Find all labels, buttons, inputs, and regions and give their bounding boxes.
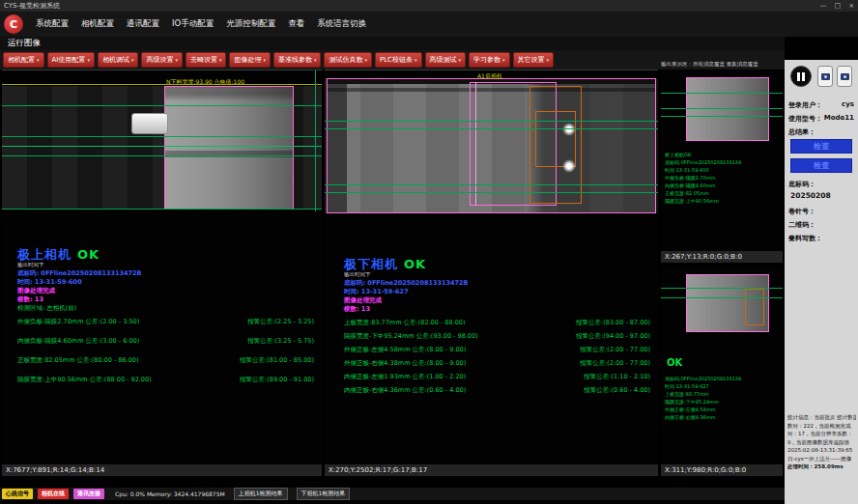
thumbnail-text-line: 时间:13-31-59-627 [665,382,781,390]
chevron-down-icon: ▾ [131,57,134,63]
toolbar-button-advanced-test[interactable]: 高级测试▾ [425,52,467,68]
menu-item-camera-config[interactable]: 相机配置 [81,18,114,30]
thumbnail-image [686,274,769,332]
login-user-row: 登录用户： cys [788,100,854,110]
statistics-line: 统计信息：当前批次 统计数据 [787,413,856,422]
toolbar-button-test-sim[interactable]: 测试仿真数▾ [324,52,372,68]
thumbnail-text-line: 内侧正极-右侧4.36mm [665,413,781,421]
capture-button-lower[interactable] [837,66,852,87]
statistics-line: 2025:02:08-13:31:39:65 [787,446,856,455]
toolbar-button-plc[interactable]: PLC校链条▾ [375,52,422,68]
ok-badge: OK [404,257,426,271]
stack-count-label: 叠料写数： [788,234,822,243]
chevron-down-icon: ▾ [364,57,367,63]
menu-item-language[interactable]: 系统语言切换 [317,18,366,30]
measurement-row: 隔膜宽度-上中90.56mm 公差:(88.00 - 92.00)报警公差:(8… [17,376,314,384]
chevron-down-icon: ▾ [415,57,417,63]
toolbar-button-camera-config[interactable]: 相机配置▾ [3,52,44,68]
measurement-text: 隔膜宽度-下中95.24mm 公差:(93.00 - 98.00) [344,332,478,341]
toolbar-button-label: 测试仿真数 [329,55,362,65]
measurement-row: 外侧负极-隔膜2.70mm 公差:(2.00 - 3.50)报警公差:(2.25… [17,318,314,326]
statistics-line: 日-cys一外上法兰——图像 [787,455,856,463]
roll-pin-row: 卷针号： [788,207,854,216]
measurement-row: 隔膜宽度-下中95.24mm 公差:(93.00 - 98.00)报警公差:(9… [344,332,650,341]
minimize-button[interactable]: — [820,2,827,10]
measurement-list: 上极宽度:83.77mm 公差:(82.00 - 88.00)报警公差:(83.… [344,319,650,400]
roi-box-orange [745,289,764,325]
menu-item-io-manual[interactable]: IO手动配置 [172,18,214,30]
camera-view-lower[interactable]: A1后相机 极下相机OK 输出时间下 底标码: 0FFline202502081… [325,70,658,476]
pause-button[interactable] [790,66,812,87]
camera-name-text: 极下相机 [344,257,398,271]
light-flare [562,123,576,136]
count-text: 横数: 13 [344,305,370,314]
thumbnail-text-line: 时间:13-31-59-600 [665,166,781,174]
stack-count-row: 叠料写数： [788,234,854,243]
statistics-line: 对：17，当前分辨率系数： [787,430,856,438]
model-row: 使用型号： Mode11 [788,114,854,124]
result-subtext: 输出时间下 [17,262,44,268]
toolbar-button-baseline-params[interactable]: 基准线参数▾ [273,52,322,68]
menu-item-light-control[interactable]: 光源控制配置 [226,18,275,30]
measurement-text: 外侧正极-右侧4.38mm 公差:(8.00 - 9.00) [344,359,466,368]
thumbnail-text-line: 上极宽度:83.77mm [665,390,781,398]
measurement-row: 内侧正极-右侧4.36mm 公差:(0.60 - 4.00)报警公差:(0.60… [344,386,650,395]
toolbar-button-other-settings[interactable]: 其它设置▾ [513,52,555,68]
alarm-tolerance-text: 报警公差:(1.10 - 2.10) [584,373,650,381]
thumbnail-text-line: 隔膜宽度-下中95.24mm [665,398,781,406]
toolbar-button-label: 学习参数 [473,55,500,65]
result-subtext: 输出时间下 [344,271,371,278]
capture-button-upper[interactable] [817,66,833,87]
chevron-down-icon: ▾ [547,57,550,63]
toolbar-button-label: 基准线参数 [278,55,312,65]
maximize-button[interactable]: □ [835,2,842,10]
close-button[interactable]: × [848,2,854,10]
thumbnail-view-lower[interactable]: OK 底标码:0FFline20250208133134 时间:13-31-59… [661,266,783,476]
roll-pin-label: 卷针号： [788,207,815,216]
toolbar-button-label: 相机配置 [8,55,35,65]
tab-run-image[interactable]: 运行图像 [8,38,41,49]
toolbar-button-label: 高级设置 [146,55,173,65]
menu-item-view[interactable]: 查看 [288,18,304,30]
chevron-down-icon: ▾ [219,57,222,63]
statistics-line: 数对：222，当前检测完成 [787,422,856,431]
toolbar-button-advanced-settings[interactable]: 高级设置▾ [141,52,183,68]
toolbar-button-ai-config[interactable]: AI使用配置▾ [47,52,95,68]
toolbar-button-label: 相机调试 [102,55,129,65]
alarm-tolerance-text: 报警公差:(2.00 - 77.00) [580,346,650,354]
measurement-text: 内侧正极-右侧4.36mm 公差:(0.60 - 4.00) [344,386,466,395]
toolbar-button-learning-params[interactable]: 学习参数▾ [469,52,510,68]
time-text: 时间: 13-31-59-600 [17,278,82,287]
menu-item-comm-config[interactable]: 通讯配置 [127,18,159,30]
process-status-text: 图像处理完成 [17,287,55,295]
menu-item-system-config[interactable]: 系统配置 [36,18,69,30]
toolbar-button-label: AI使用配置 [52,55,86,65]
alarm-tolerance-text: 报警公差:(2.25 - 3.25) [247,318,314,326]
thumbnail-image [686,77,769,141]
measurement-text: 外侧正极-左侧4.58mm 公差:(8.00 - 9.00) [344,346,466,354]
camera-view-upper[interactable]: N下料宽度:93.90 合格值:100 极上相机OK 输出时间下 底标码: 0F… [2,70,322,476]
thumbnail-text-line: 外侧正极-左侧4.58mm [665,406,781,413]
thumbnail-text-line: 外侧负极-隔膜2.70mm [665,174,781,182]
measurement-overlay-lines [325,121,658,122]
toolbar-button-camera-debug[interactable]: 相机调试▾ [98,52,139,68]
pixel-readout: X:267;Y:13;R:0;G:0;B:0 [661,251,783,263]
chevron-down-icon: ▾ [459,57,462,63]
statistics-block: 统计信息：当前批次 统计数据 数对：222，当前检测完成 对：17，当前分辨率系… [787,413,856,471]
pixel-readout: X:7677;Y:891;R:14;G:14;B:14 [2,464,322,476]
measurement-row: 正极宽度:82.05mm 公差:(80.00 - 86.00)报警公差:(81.… [17,356,314,365]
cpu-memory-text: Cpu: 0.0% Memory: 3424.41796875M [115,490,225,497]
camera-name-text: 极上相机 [17,247,72,262]
toolbar-button-image-process[interactable]: 图像处理▾ [229,52,271,68]
thumbnail-text-line: 极上相机OK [665,151,781,158]
status-bar: 心跳信号 相机在线 通讯连接 Cpu: 0.0% Memory: 3424.41… [0,488,785,500]
alarm-tolerance-text: 报警公差:(83.00 - 87.00) [576,319,650,327]
model-label: 使用型号： [788,114,822,124]
pause-icon [797,72,805,81]
thumbnail-text-line: 隔膜宽度-上中90.56mm [665,197,781,205]
toolbar-button-distortion[interactable]: 去畸设置▾ [186,52,227,68]
connector-object [131,113,168,134]
thumbnail-view-upper[interactable]: 极上相机OK 底标码:0FFline20250208133134 时间:13-3… [661,70,783,263]
measurement-overlay-lines [661,93,783,94]
chevron-down-icon: ▾ [263,57,266,63]
